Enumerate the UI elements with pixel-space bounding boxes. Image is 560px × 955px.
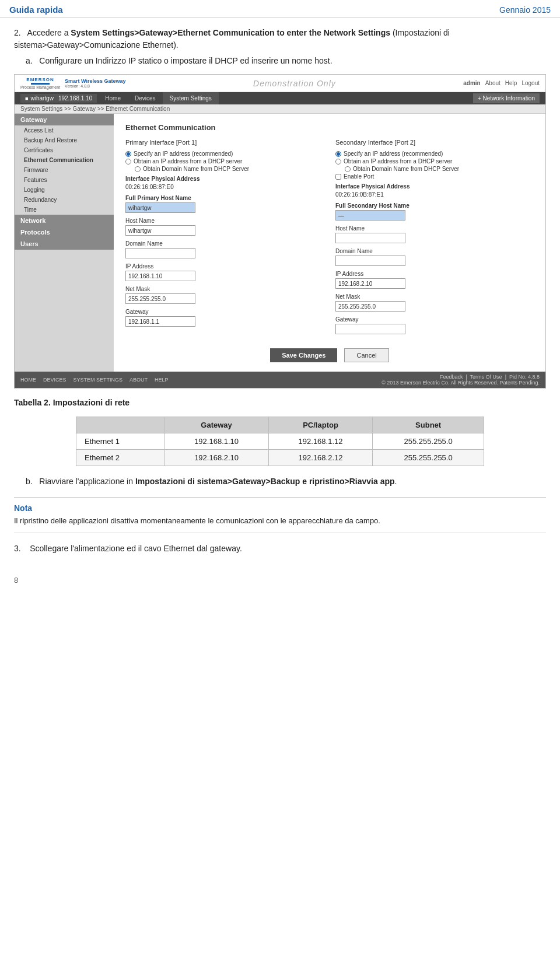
sidebar-gateway-header[interactable]: Gateway (15, 114, 114, 125)
nav-system-settings[interactable]: System Settings (163, 92, 219, 104)
primary-radio-group: Specify an IP address (recommended) Obta… (125, 151, 324, 172)
step2-text-before: Accedere a (27, 28, 71, 37)
row1-subnet: 255.255.255.0 (373, 433, 484, 450)
secondary-physical-group: Interface Physical Address 00:26:16:0B:8… (335, 183, 534, 198)
date: Gennaio 2015 (499, 5, 551, 15)
two-col-layout: Primary Interface [Port 1] Specify an IP… (125, 139, 534, 339)
table-header-empty (76, 417, 164, 433)
sidebar-section-gateway: Gateway Access List Backup And Restore C… (15, 114, 114, 215)
primary-radio1[interactable]: Specify an IP address (recommended) (125, 151, 324, 157)
secondary-netmask-group: Net Mask (335, 293, 534, 312)
secondary-domain-input[interactable] (335, 256, 405, 266)
nav-logout-link[interactable]: Logout (522, 80, 540, 86)
primary-interface-col: Primary Interface [Port 1] Specify an IP… (125, 139, 324, 339)
sub-step-a: a. Configurare un Indirizzo IP statico o… (26, 55, 546, 67)
primary-radio2-input[interactable] (125, 159, 131, 165)
nav-devices[interactable]: Devices (128, 92, 163, 104)
nav-home[interactable]: Home (98, 92, 128, 104)
footer-home[interactable]: HOME (20, 377, 36, 383)
sidebar-protocols-header[interactable]: Protocols (15, 226, 114, 238)
step2-label: 2. (14, 28, 21, 37)
primary-physical-label: Interface Physical Address (125, 176, 324, 182)
nav-help-link[interactable]: Help (505, 80, 517, 86)
footer-help[interactable]: HELP (155, 377, 169, 383)
primary-radio3-input[interactable] (135, 166, 141, 172)
nav-about-link[interactable]: About (485, 80, 501, 86)
note-text: Il ripristino delle applicazioni disatti… (14, 515, 546, 527)
footer-terms[interactable]: Terms Of Use (470, 374, 502, 380)
sidebar-section-protocols: Protocols (15, 226, 114, 238)
secondary-ip-input[interactable] (335, 278, 405, 289)
guide-title: Guida rapida (9, 5, 63, 15)
sidebar: Gateway Access List Backup And Restore C… (15, 114, 114, 372)
secondary-radio2-input[interactable] (335, 159, 341, 165)
device-icon: ■ (25, 96, 28, 102)
footer-system-settings[interactable]: SYSTEM SETTINGS (74, 377, 123, 383)
primary-fullhost-label: Full Primary Host Name (125, 195, 324, 201)
secondary-gateway-label: Gateway (335, 316, 534, 323)
main-content: 2. Accedere a System Settings>Gateway>Et… (0, 18, 560, 571)
sidebar-item-features[interactable]: Features (15, 175, 114, 185)
sidebar-item-redundancy[interactable]: Redundancy (15, 195, 114, 205)
primary-radio2[interactable]: Obtain an IP address from a DHCP server (125, 158, 324, 165)
sidebar-network-header[interactable]: Network (15, 215, 114, 226)
row2-gateway: 192.168.2.10 (164, 450, 268, 466)
app-screenshot: EMERSON Process Management Smart Wireles… (14, 74, 546, 389)
secondary-gateway-input[interactable] (335, 324, 405, 334)
step-b-text-before: Riavviare l'applicazione in (39, 477, 135, 486)
primary-radio3[interactable]: Obtain Domain Name from DHCP Server (135, 166, 324, 172)
secondary-radio2[interactable]: Obtain an IP address from a DHCP server (335, 158, 534, 165)
sidebar-item-access-list[interactable]: Access List (15, 125, 114, 135)
secondary-radio1-input[interactable] (335, 151, 341, 157)
sidebar-section-network: Network (15, 215, 114, 226)
secondary-physical-value: 00:26:16:0B:87:E1 (335, 191, 384, 198)
footer-feedback[interactable]: Feedback (440, 374, 463, 380)
primary-netmask-input[interactable] (125, 293, 195, 304)
secondary-fullhost-input[interactable] (335, 210, 405, 221)
sidebar-item-certificates[interactable]: Certificates (15, 145, 114, 155)
footer-pid: Pid No: 4.8.8 (509, 374, 540, 380)
table2-title: Tabella 2. Impostazioni di rete (14, 398, 546, 407)
primary-domain-input[interactable] (125, 248, 195, 258)
primary-hostname-group: Host Name (125, 218, 324, 236)
sidebar-item-ethernet[interactable]: Ethernet Communication (15, 155, 114, 165)
primary-ip-input[interactable] (125, 271, 195, 281)
footer-about[interactable]: ABOUT (130, 377, 148, 383)
primary-fullhost-input[interactable] (125, 202, 195, 213)
sidebar-item-time[interactable]: Time (15, 205, 114, 215)
step3-label: 3. (14, 544, 21, 553)
secondary-hostname-label: Host Name (335, 225, 534, 232)
table-row: Ethernet 2 192.168.2.10 192.168.2.12 255… (76, 450, 484, 466)
save-changes-button[interactable]: Save Changes (270, 348, 337, 362)
app-version: Version: 4.8.8 (65, 84, 125, 88)
sidebar-item-logging[interactable]: Logging (15, 185, 114, 195)
secondary-enable-port-checkbox[interactable] (335, 174, 341, 180)
cancel-button[interactable]: Cancel (344, 348, 388, 362)
secondary-netmask-input[interactable] (335, 301, 405, 312)
secondary-physical-label: Interface Physical Address (335, 183, 534, 190)
primary-radio1-input[interactable] (125, 151, 131, 157)
sidebar-users-header[interactable]: Users (15, 238, 114, 250)
step2-text: 2. Accedere a System Settings>Gateway>Et… (14, 27, 546, 51)
primary-gateway-input[interactable] (125, 316, 195, 327)
step3-text-content: Scollegare l'alimentazione ed il cavo Et… (30, 544, 242, 553)
table-row: Ethernet 1 192.168.1.10 192.168.1.12 255… (76, 433, 484, 450)
network-info-button[interactable]: + Network Information (473, 93, 540, 103)
sidebar-item-firmware[interactable]: Firmware (15, 165, 114, 175)
row2-label: Ethernet 2 (76, 450, 164, 466)
row1-label: Ethernet 1 (76, 433, 164, 450)
app-footer: HOME DEVICES SYSTEM SETTINGS ABOUT HELP … (15, 372, 545, 388)
secondary-radio1[interactable]: Specify an IP address (recommended) (335, 151, 534, 157)
primary-physical-value: 00:26:16:0B:87:E0 (125, 184, 174, 190)
app-body: Gateway Access List Backup And Restore C… (15, 114, 545, 372)
breadcrumb-path: System Settings >> Gateway >> Ethernet C… (15, 104, 545, 114)
secondary-radio3[interactable]: Obtain Domain Name from DHCP Server (345, 166, 534, 172)
sidebar-item-backup[interactable]: Backup And Restore (15, 135, 114, 145)
app-title-area: Smart Wireless Gateway Version: 4.8.8 (65, 78, 125, 89)
secondary-hostname-input[interactable] (335, 233, 405, 243)
secondary-enable-port[interactable]: Enable Port (335, 173, 534, 180)
primary-hostname-input[interactable] (125, 225, 195, 236)
doc-header: Guida rapida Gennaio 2015 (0, 0, 560, 18)
footer-devices[interactable]: DEVICES (43, 377, 66, 383)
secondary-radio3-input[interactable] (345, 166, 351, 172)
